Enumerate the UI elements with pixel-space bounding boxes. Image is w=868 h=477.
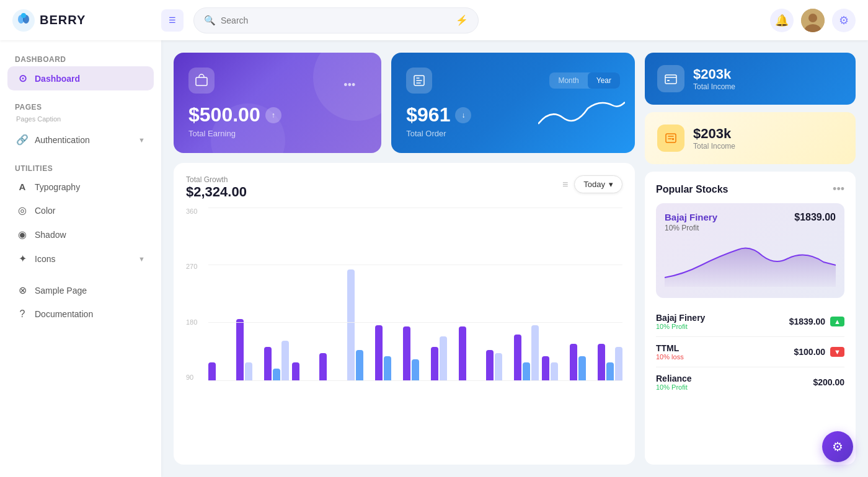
stock-item: Reliance 10% Profit $200.00 (656, 367, 844, 397)
bajaj-top: Bajaj Finery 10% Profit $1839.00 (665, 212, 836, 232)
today-button[interactable]: Today ▾ (574, 175, 622, 193)
bar (236, 319, 244, 381)
bajaj-profit: 10% Profit (665, 224, 717, 232)
main-layout: Dashboard ⊙ Dashboard Pages Pages Captio… (0, 40, 868, 477)
notification-button[interactable]: 🔔 (770, 9, 794, 32)
stock-name: TTML (656, 343, 684, 353)
chevron-down-icon: ▼ (138, 255, 145, 263)
menu-button[interactable]: ☰ (161, 9, 184, 32)
bar (598, 344, 605, 381)
bajaj-featured: Bajaj Finery 10% Profit $1839.00 (656, 203, 844, 298)
y-label-180: 180 (186, 318, 197, 326)
bar (551, 362, 558, 381)
stocks-title: Popular Stocks (656, 184, 728, 195)
sidebar-item-label: Typography (35, 182, 80, 192)
stock-price: $100.00 (794, 347, 826, 357)
month-button[interactable]: Month (549, 72, 587, 89)
bar (208, 362, 216, 381)
icons-icon: ✦ (16, 253, 29, 265)
svg-rect-11 (666, 134, 676, 142)
bar (459, 326, 466, 381)
chevron-down-icon: ▾ (609, 180, 613, 189)
stock-item: TTML 10% loss $100.00 ▼ (656, 337, 844, 367)
bar-group (292, 362, 317, 381)
cards-row: ••• $500.00 ↑ Total Earning (174, 53, 635, 153)
bar-group (375, 325, 400, 381)
sidebar: Dashboard ⊙ Dashboard Pages Pages Captio… (0, 40, 161, 477)
trend-up-badge: ▲ (830, 317, 844, 326)
income-label-yellow: Total Income (693, 142, 735, 151)
y-label-270: 270 (186, 263, 197, 270)
left-content: ••• $500.00 ↑ Total Earning (174, 53, 635, 465)
bar (606, 362, 614, 381)
sidebar-item-typography[interactable]: A Typography (7, 175, 154, 198)
svg-point-3 (21, 13, 26, 18)
bar (570, 344, 577, 381)
bar (542, 356, 549, 381)
color-icon: ◎ (16, 204, 29, 216)
stock-list: Bajaj Finery 10% Profit $1839.00 ▲ TTML … (656, 307, 844, 397)
bar (281, 341, 289, 381)
bar (292, 362, 299, 381)
header: BERRY ☰ 🔍 ⚡ 🔔 ⚙ (0, 0, 868, 40)
bar-chart: 360 270 180 90 (186, 208, 622, 381)
filter-icon[interactable]: ⚡ (456, 14, 468, 26)
bar-group (598, 344, 622, 381)
stock-name: Bajaj Finery (656, 313, 705, 323)
search-input[interactable] (221, 15, 451, 25)
settings-button[interactable]: ⚙ (832, 9, 856, 32)
bar-group (208, 362, 233, 381)
stocks-menu-icon[interactable]: ••• (833, 183, 844, 196)
sidebar-item-shadow[interactable]: ◉ Shadow (7, 222, 154, 247)
income-info-yellow: $203k Total Income (693, 126, 735, 151)
bajaj-info: Bajaj Finery 10% Profit (665, 212, 717, 232)
stock-name: Reliance (656, 374, 692, 383)
header-right: 🔔 ⚙ (770, 9, 856, 32)
order-amount: $961 ↓ (406, 103, 620, 126)
sidebar-item-sample-page[interactable]: ⊗ Sample Page (7, 278, 154, 302)
logo: BERRY (12, 9, 161, 32)
growth-header: Total Growth $2,324.00 ≡ Today ▾ (186, 175, 622, 200)
bar (375, 325, 383, 381)
sidebar-section-pages: Pages (7, 98, 154, 114)
y-axis-labels: 360 270 180 90 (186, 208, 197, 381)
sidebar-item-authentication[interactable]: 🔗 Authentication ▼ (7, 128, 154, 152)
chart-menu-icon[interactable]: ≡ (562, 179, 568, 190)
month-year-toggle: Month Year (549, 72, 620, 89)
stock-price: $200.00 (813, 377, 844, 387)
trend-down-icon: ↓ (455, 107, 471, 123)
bar (319, 353, 327, 381)
svg-rect-7 (196, 77, 207, 85)
fab-button[interactable]: ⚙ (822, 431, 853, 462)
bar (531, 325, 539, 381)
sidebar-item-color[interactable]: ◎ Color (7, 198, 154, 222)
growth-label: Total Growth (186, 175, 247, 184)
year-button[interactable]: Year (588, 72, 620, 89)
search-bar: 🔍 ⚡ (193, 7, 479, 33)
sidebar-item-icons[interactable]: ✦ Icons ▼ (7, 247, 154, 271)
bar (412, 359, 419, 381)
bar-group (347, 269, 372, 381)
content-area: ••• $500.00 ↑ Total Earning (161, 40, 868, 477)
sidebar-item-documentation[interactable]: ? Documentation (7, 302, 154, 326)
stock-price-row: $200.00 (813, 377, 844, 387)
earning-label: Total Earning (188, 129, 366, 138)
stock-price: $1839.00 (789, 317, 825, 326)
order-card-icon (406, 68, 432, 94)
bar-group (570, 344, 595, 381)
bajaj-price: $1839.00 (794, 212, 836, 223)
order-label: Total Order (406, 129, 620, 138)
bar (273, 369, 280, 381)
typography-icon: A (16, 182, 29, 192)
search-icon: 🔍 (204, 15, 216, 26)
y-label-360: 360 (186, 208, 197, 215)
sidebar-item-label: Authentication (35, 135, 90, 145)
card-dots-icon[interactable]: ••• (343, 79, 355, 92)
sidebar-item-label: Documentation (35, 309, 93, 319)
avatar[interactable] (801, 9, 825, 32)
svg-rect-10 (667, 80, 670, 81)
bar-group (514, 325, 539, 381)
sidebar-item-dashboard[interactable]: ⊙ Dashboard (7, 66, 154, 90)
bar (495, 353, 502, 381)
bar-group (319, 353, 344, 381)
